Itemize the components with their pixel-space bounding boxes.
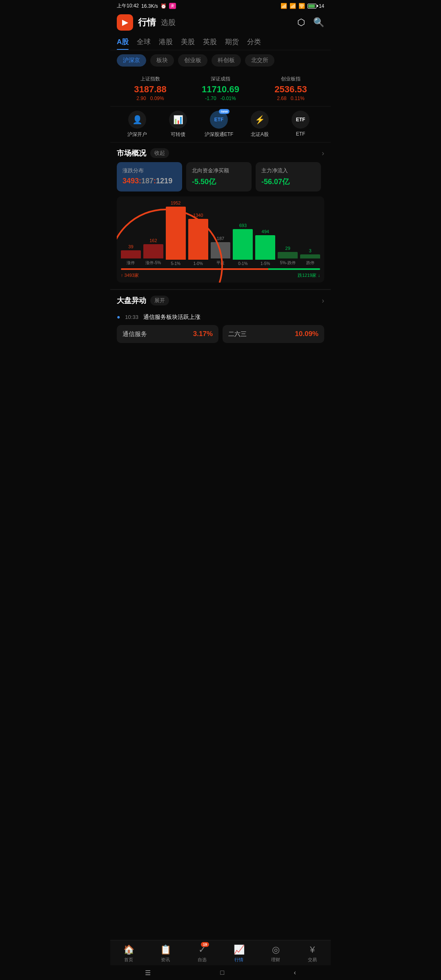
market-card-main[interactable]: 主力净流入 -56.07亿 [256,162,321,192]
bigmarket-action[interactable]: 展开 [150,296,169,305]
mc-north-value: -5.50亿 [192,177,246,187]
header-icons: ⬡ 🔍 [297,17,324,28]
speed-display: 16.3K/s [141,3,158,9]
subtab-sector[interactable]: 板块 [150,54,174,67]
market-card-north[interactable]: 北向资金净买额 -5.50亿 [186,162,252,192]
qa-convertible-icon: 📊 [169,111,187,129]
stock-cards: 通信服务 3.17% 二六三 10.09% [110,325,331,347]
wifi-icon: 🛜 [298,3,305,9]
mc-distribution-value: 3493:187:1219 [122,177,176,185]
news-time: 10:33 [125,314,138,320]
subtab-hushen[interactable]: 沪深京 [117,54,146,67]
chuangye-name: 创业板指 [257,76,324,82]
bar-bottom-5todietingdown: 5%-跌停 [280,260,296,266]
sub-tabs: 沪深京 板块 创业板 科创板 北交所 [110,50,331,71]
shanghai-value: 3187.88 [117,84,184,95]
tab-hk[interactable]: 港股 [159,37,173,50]
time-display: 上午10:42 [117,2,139,9]
qa-beizhen[interactable]: ⚡ 北证A股 [239,111,280,138]
battery-indicator [307,4,316,9]
bar-187 [211,242,231,258]
index-shanghai[interactable]: 上证指数 3187.88 2.90 0.09% [117,76,184,101]
market-cards: 涨跌分布 3493:187:1219 北向资金净买额 -5.50亿 主力净流入 … [110,162,331,196]
qa-etf-icon: ETFnew [210,111,228,129]
bar-bottom-dietingdown: 跌停 [306,260,314,266]
stock-tongxin-name: 通信服务 [122,330,147,338]
index-chuangye[interactable]: 创业板指 2536.53 2.68 0.11% [257,76,324,101]
bar-label-29: 29 [285,246,290,251]
header-subtitle[interactable]: 选股 [161,18,176,27]
subtab-kechuang[interactable]: 科创板 [212,54,241,67]
market-arrow: › [322,149,324,158]
mc-north-title: 北向资金净买额 [192,167,246,174]
bar-162 [143,244,163,258]
qa-convertible-label: 可转债 [171,131,185,138]
bar-5todietingdown: 29 5%-跌停 [278,246,298,266]
bar-label-39: 39 [128,244,133,249]
index-shenzhen[interactable]: 深证成指 11710.69 -1.70 -0.01% [187,76,254,101]
index-section: 上证指数 3187.88 2.90 0.09% 深证成指 11710.69 -1… [110,71,331,106]
qa-hushen-account[interactable]: 👤 沪深开户 [117,111,158,138]
tab-a-shares[interactable]: A股 [117,37,129,50]
bar-39 [121,250,141,258]
bar-bottom-zang5: 涨停-5% [145,260,161,266]
market-action[interactable]: 收起 [150,148,169,158]
stock-card-263[interactable]: 二六三 10.09% [223,325,324,343]
bar-label-494: 494 [262,229,269,234]
qa-convertible[interactable]: 📊 可转债 [158,111,198,138]
bigmarket-arrow: › [322,296,324,305]
bar-1952 [166,207,186,260]
market-overview-header: 市场概况 收起 › [110,142,331,162]
pb-red [121,268,268,270]
pb-red-label: ↑ 3493家 [121,272,139,278]
progress-bar [121,266,320,272]
subtab-chuangye[interactable]: 创业板 [178,54,207,67]
news-item[interactable]: ● 10:33 通信服务板块活跃上涨 [110,310,331,325]
shanghai-change: 2.90 0.09% [117,96,184,101]
bar-bottom-flat: 平盘 [216,260,225,266]
qa-etf-label: 沪深股通ETF [205,131,234,138]
bar-label-3: 3 [309,248,312,253]
tab-uk[interactable]: 英股 [203,37,217,50]
status-right: 📶 📶 🛜 14 [281,3,324,9]
logo-text: ▶ [122,18,128,27]
mc-main-value: -56.07亿 [261,177,315,187]
bar-0to1: 693 0-1% [233,223,253,266]
qa-hushen-label: 沪深开户 [127,131,147,138]
search-icon[interactable]: 🔍 [313,17,324,28]
bar-bottom-zangtingup: 涨停 [127,260,135,266]
bigmarket-section: 大盘异动 展开 › ● 10:33 通信服务板块活跃上涨 通信服务 3.17% … [110,289,331,347]
bar-5to1: 1952 5-1% [166,200,186,266]
bar-3 [300,254,320,258]
tab-us[interactable]: 美股 [181,37,195,50]
market-card-distribution[interactable]: 涨跌分布 3493:187:1219 [117,162,182,192]
subtab-beijiao[interactable]: 北交所 [245,54,274,67]
news-text: 通信服务板块活跃上涨 [143,314,200,320]
bar-1340 [188,219,208,260]
app-header: ▶ 行情 选股 ⬡ 🔍 [110,11,331,34]
stock-card-tongxin[interactable]: 通信服务 3.17% [117,325,218,343]
shenzhen-change: -1.70 -0.01% [187,96,254,101]
qa-etf[interactable]: ETFnew 沪深股通ETF [198,111,239,138]
signal-icon: 📶 [281,3,287,9]
page-title: 行情 [138,16,156,29]
qa-beizhen-label: 北证A股 [251,131,269,138]
tab-category[interactable]: 分类 [247,37,261,50]
qa-etf2-icon: ETF [292,111,310,129]
news-dot: ● [117,314,120,320]
bar-1to0: 1340 1-0% [188,213,208,266]
bar-label-1340: 1340 [193,213,203,218]
tab-global[interactable]: 全球 [137,37,151,50]
qa-etf2[interactable]: ETF ETF [280,111,321,138]
bar-zang5: 162 涨停-5% [143,238,163,266]
tab-futures[interactable]: 期货 [225,37,239,50]
bar-chart-container: 39 涨停 162 涨停-5% 1952 5-1% 1340 1-0% [117,196,324,283]
share-icon[interactable]: ⬡ [297,17,305,28]
bar-zangtingup: 39 涨停 [121,244,141,266]
stock-tongxin-pct: 3.17% [193,330,213,338]
quick-actions: 👤 沪深开户 📊 可转债 ETFnew 沪深股通ETF ⚡ 北证A股 ETF E… [110,106,331,142]
alarm-icon: ⏰ [160,3,167,9]
bar-693 [233,229,253,260]
chuangye-change: 2.68 0.11% [257,96,324,101]
app-badge: 麦 [169,3,176,9]
